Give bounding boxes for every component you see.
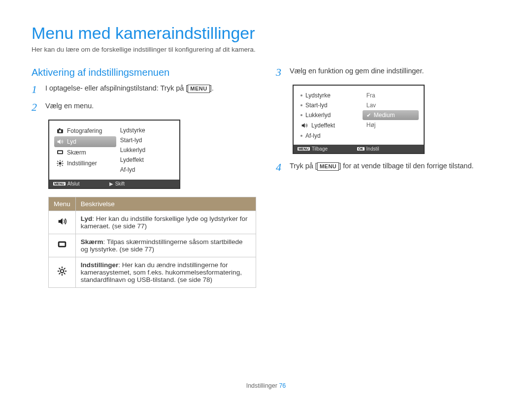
svg-line-23 (64, 268, 66, 270)
svg-rect-7 (60, 165, 60, 167)
table-cell: Skærm: Tilpas skærmindstillingerne såsom… (75, 234, 256, 257)
list-item: Af-lyd (299, 131, 361, 141)
check-icon: ✔ (366, 112, 371, 119)
step-text: Vælg en funktion og gem dine indstilling… (290, 67, 424, 75)
svg-rect-10 (57, 161, 59, 162)
step-2: 2 Vælg en menu. (32, 102, 256, 113)
description-table: Menu Beskrivelse Lyd: Her kan du indstil… (48, 197, 256, 288)
option-fra: Fra (363, 91, 419, 100)
camera-icon (56, 127, 64, 135)
table-header-desc: Beskrivelse (75, 197, 256, 211)
menu-key-icon: MENU (298, 147, 310, 151)
svg-rect-15 (59, 243, 65, 246)
camera-screen-menu: Fotografering Lyd Skærm Indstillinger (48, 120, 180, 189)
gear-icon (49, 257, 76, 288)
camera-footer: MENUAfslut ▶Skift (49, 180, 179, 188)
svg-point-16 (61, 270, 64, 273)
section-heading: Aktivering af indstillingsmenuen (32, 67, 256, 78)
menu-badge: MENU (188, 85, 209, 93)
gear-icon (56, 159, 64, 167)
svg-line-24 (59, 273, 60, 275)
list-item: Lydeffekt (299, 120, 361, 131)
menu-key-icon: MENU (53, 182, 66, 185)
svg-rect-1 (59, 128, 60, 130)
table-row: Indstillinger: Her kan du ændre indstill… (49, 257, 256, 288)
table-cell: Lyd: Her kan du indstille forskellige ly… (75, 211, 256, 234)
list-item: Start-lyd (299, 100, 361, 110)
option-lav: Lav (363, 100, 419, 110)
step-text: Tryk på [MENU] for at vende tilbage til … (290, 162, 474, 171)
sound-icon (49, 211, 76, 234)
step-3: 3 Vælg en funktion og gem dine indstilli… (276, 67, 500, 78)
svg-rect-8 (57, 163, 58, 163)
step-4: 4 Tryk på [MENU] for at vende tilbage ti… (276, 162, 500, 173)
screen-icon (56, 149, 64, 156)
list-item: Af-lyd (118, 165, 174, 175)
list-item: Start-lyd (118, 135, 174, 145)
step-number: 3 (276, 67, 285, 78)
svg-rect-13 (57, 165, 59, 166)
table-row: Skærm: Tilpas skærmindstillingerne såsom… (49, 234, 256, 257)
step-text: Vælg en menu. (45, 102, 94, 110)
step-number: 4 (276, 162, 285, 173)
svg-rect-12 (62, 161, 63, 162)
list-item: Lukkerlyd (118, 145, 174, 155)
submenu-list: Lydstyrke Start-lyd Lukkerlyd Lydeffekt … (299, 91, 361, 141)
table-row: Lyd: Her kan du indstille forskellige ly… (49, 211, 256, 234)
list-item: Lydstyrke (118, 125, 174, 135)
list-item: Lukkerlyd (299, 110, 361, 120)
svg-line-21 (59, 268, 60, 270)
list-item: Lydeffekt (118, 155, 174, 165)
right-column: 3 Vælg en funktion og gem dine indstilli… (276, 67, 500, 288)
list-item: Lydstyrke (299, 91, 361, 100)
menu-item-indstillinger: Indstillinger (54, 158, 116, 169)
ok-key-icon: OK (357, 147, 365, 151)
svg-rect-9 (62, 163, 64, 163)
arrow-right-icon: ▶ (109, 181, 113, 186)
camera-screen-options: Lydstyrke Start-lyd Lukkerlyd Lydeffekt … (293, 85, 425, 154)
table-header-menu: Menu (49, 197, 76, 211)
menu-item-fotografering: Fotografering (54, 125, 116, 136)
sound-icon (300, 122, 308, 129)
page-title: Menu med kameraindstillinger (32, 24, 500, 43)
step-text: I optagelse- eller afspilningstilstand: … (45, 84, 214, 93)
svg-point-5 (59, 162, 61, 164)
svg-line-22 (64, 273, 66, 275)
svg-point-2 (59, 130, 62, 132)
submenu-list: Lydstyrke Start-lyd Lukkerlyd Lydeffekt … (116, 125, 174, 176)
step-number: 2 (32, 102, 40, 113)
menu-badge: MENU (317, 162, 339, 171)
screen-icon (49, 234, 76, 257)
svg-rect-4 (58, 151, 62, 153)
page-footer: Indstillinger 76 (0, 382, 532, 389)
option-list: Fra Lav ✔Medium Høj (361, 91, 419, 141)
menu-categories: Fotografering Lyd Skærm Indstillinger (54, 125, 116, 176)
menu-item-skaerm: Skærm (54, 147, 116, 158)
menu-item-lyd: Lyd (54, 136, 116, 147)
svg-rect-6 (60, 160, 60, 161)
option-medium: ✔Medium (363, 110, 419, 120)
svg-rect-11 (62, 165, 63, 166)
step-1: 1 I optagelse- eller afspilningstilstand… (32, 84, 256, 95)
option-hoej: Høj (363, 120, 419, 130)
table-cell: Indstillinger: Her kan du ændre indstill… (75, 257, 256, 288)
left-column: Aktivering af indstillingsmenuen 1 I opt… (32, 67, 256, 288)
camera-footer: MENUTilbage OKIndstil (294, 145, 424, 153)
page-subtitle: Her kan du lære om de forskellige indsti… (32, 46, 500, 53)
sound-icon (56, 138, 64, 146)
step-number: 1 (32, 84, 40, 95)
